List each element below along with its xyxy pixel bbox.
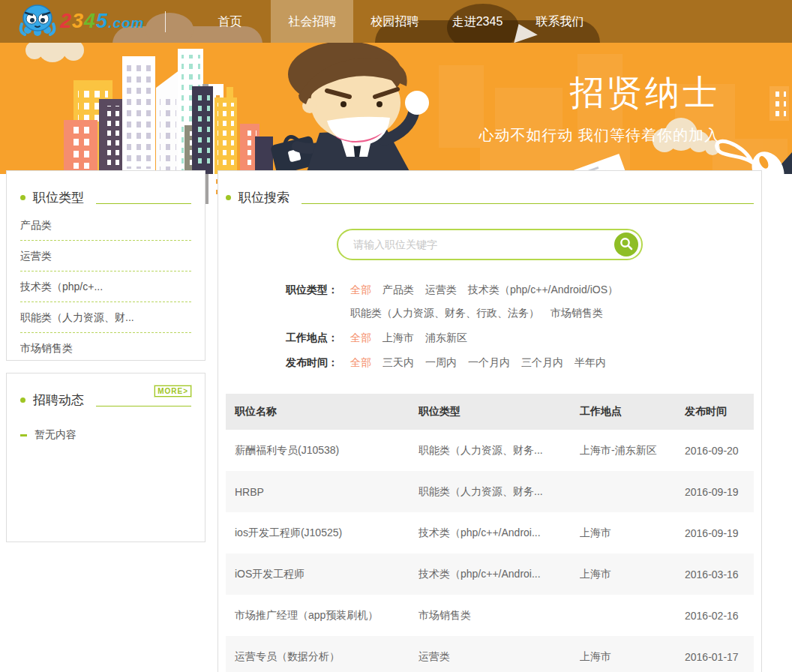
job-name-cell: iOS开发工程师 [226, 554, 418, 595]
table-row[interactable]: 薪酬福利专员(J10538)职能类（人力资源、财务...上海市-浦东新区2016… [226, 430, 754, 471]
jobs-table-head: 职位名称职位类型工作地点发布时间 [226, 394, 754, 430]
table-header-cell: 发布时间 [685, 394, 754, 430]
job-search-panel: 职位搜索 职位类型：全部产品类运营类技术类 [218, 170, 762, 672]
sidebar-item-job-type[interactable]: 运营类 [20, 241, 191, 272]
job-type-cell: 运营类 [418, 636, 580, 672]
job-name-cell: 薪酬福利专员(J10538) [226, 430, 418, 471]
job-location-cell: 上海市 [580, 512, 685, 554]
filter-option[interactable]: 产品类 [382, 278, 414, 302]
job-type-panel: 职位类型 产品类运营类技术类（php/c+...职能类（人力资源、财...市场销… [6, 170, 206, 361]
news-panel-title: 招聘动态 [33, 392, 84, 409]
job-type-cell: 职能类（人力资源、财务... [418, 430, 580, 471]
filter-option[interactable]: 三个月内 [521, 351, 563, 374]
table-row[interactable]: iOS开发工程师技术类（php/c++/Androi...上海市2016-03-… [226, 554, 754, 595]
filter-option[interactable]: 全部 [350, 326, 371, 350]
content-area: 职位类型 产品类运营类技术类（php/c+...职能类（人力资源、财...市场销… [0, 170, 792, 672]
job-name-cell: 市场推广经理（app预装刷机） [226, 595, 418, 636]
filter-option[interactable]: 三天内 [382, 351, 414, 374]
table-header-cell: 工作地点 [580, 394, 685, 430]
search-panel-head: 职位搜索 [226, 171, 754, 206]
logo-char: 5 [96, 10, 108, 32]
filter-options: 全部产品类运营类技术类（php/c++/Android/iOS）职能类（人力资源… [350, 278, 754, 325]
hero-banner: 招贤纳士 心动不如行动 我们等待着你的加入 [0, 43, 792, 174]
job-type-panel-title: 职位类型 [33, 189, 84, 206]
job-location-cell [580, 595, 685, 636]
nav-item-社会招聘[interactable]: 社会招聘 [271, 0, 353, 43]
table-header-cell: 职位类型 [418, 394, 580, 430]
filter-option[interactable]: 市场销售类 [550, 302, 603, 325]
filter-option[interactable]: 半年内 [574, 351, 606, 374]
filter-option[interactable]: 职能类（人力资源、财务、行政、法务） [350, 302, 539, 325]
logo-char: 4 [84, 10, 96, 32]
hero-subtitle: 心动不如行动 我们等待着你的加入 [478, 125, 720, 146]
hero-text: 招贤纳士 心动不如行动 我们等待着你的加入 [478, 70, 720, 146]
table-row[interactable]: ios开发工程师(J10525)技术类（php/c++/Androi...上海市… [226, 512, 754, 554]
green-dot-icon [20, 195, 26, 200]
jobs-table: 职位名称职位类型工作地点发布时间 薪酬福利专员(J10538)职能类（人力资源、… [226, 394, 754, 672]
filter-options: 全部上海市浦东新区 [350, 326, 754, 350]
filter-option[interactable]: 一个月内 [468, 351, 510, 374]
search-button[interactable] [614, 232, 638, 256]
green-dot-icon [20, 398, 26, 403]
logo-char: 3 [72, 10, 84, 32]
search-row [226, 229, 754, 260]
octopus-mascot-icon [18, 3, 57, 40]
sidebar-item-job-type[interactable]: 市场销售类 [20, 333, 191, 364]
logo-char: .com [108, 15, 144, 31]
search-panel-title: 职位搜索 [238, 189, 290, 206]
job-date-cell: 2016-01-17 [685, 636, 754, 672]
filter-option[interactable]: 运营类 [425, 278, 457, 302]
filter-options: 全部三天内一周内一个月内三个月内半年内 [350, 351, 754, 374]
job-name-cell: 运营专员（数据分析） [226, 636, 418, 672]
top-nav: 2345.com 首页社会招聘校园招聘走进2345联系我们 [0, 0, 792, 43]
table-header-cell: 职位名称 [226, 394, 418, 430]
table-row[interactable]: 运营专员（数据分析）运营类上海市2016-01-17 [226, 636, 754, 672]
filter-option[interactable]: 技术类（php/c++/Android/iOS） [468, 278, 618, 302]
sidebar-item-job-type[interactable]: 产品类 [20, 210, 191, 241]
job-type-cell: 技术类（php/c++/Androi... [418, 512, 580, 554]
job-type-panel-head: 职位类型 [20, 171, 191, 206]
nav-item-走进2345[interactable]: 走进2345 [436, 0, 518, 43]
dash-bullet-icon [20, 434, 27, 436]
table-row[interactable]: 市场推广经理（app预装刷机）市场销售类2016-02-16 [226, 595, 754, 636]
nav-item-联系我们[interactable]: 联系我们 [518, 0, 601, 43]
news-empty-item: 暂无内容 [20, 428, 191, 442]
search-input[interactable] [353, 238, 614, 250]
nav-item-首页[interactable]: 首页 [188, 0, 271, 43]
news-empty-text: 暂无内容 [34, 428, 76, 442]
head-underline [302, 203, 754, 204]
sidebar-item-job-type[interactable]: 职能类（人力资源、财... [20, 302, 191, 333]
nav-item-校园招聘[interactable]: 校园招聘 [353, 0, 436, 43]
job-type-cell: 职能类（人力资源、财务... [418, 471, 580, 512]
head-underline [96, 203, 191, 204]
job-type-cell: 技术类（php/c++/Androi... [418, 554, 580, 595]
filter-option[interactable]: 浦东新区 [425, 326, 467, 350]
job-location-cell: 上海市 [580, 554, 685, 595]
job-location-cell: 上海市-浦东新区 [580, 430, 685, 471]
filter-option[interactable]: 全部 [350, 351, 371, 374]
logo[interactable]: 2345.com [18, 3, 144, 40]
green-dot-icon [226, 195, 231, 200]
filter-rows: 职位类型：全部产品类运营类技术类（php/c++/Android/iOS）职能类… [226, 278, 754, 374]
sidebar: 职位类型 产品类运营类技术类（php/c+...职能类（人力资源、财...市场销… [6, 170, 206, 542]
job-name-cell: HRBP [226, 471, 418, 512]
news-panel-head: 招聘动态 MORE> [20, 374, 191, 409]
hero-title: 招贤纳士 [478, 70, 720, 116]
table-row[interactable]: HRBP职能类（人力资源、财务...2016-09-19 [226, 471, 754, 512]
job-name-cell: ios开发工程师(J10525) [226, 512, 418, 554]
search-box [337, 229, 643, 260]
filter-label: 发布时间： [226, 351, 338, 374]
job-date-cell: 2016-03-16 [685, 554, 754, 595]
job-type-list: 产品类运营类技术类（php/c+...职能类（人力资源、财...市场销售类 [20, 210, 191, 364]
filter-option[interactable]: 一周内 [425, 351, 457, 374]
more-button[interactable]: MORE> [154, 386, 191, 397]
filter-row: 发布时间：全部三天内一周内一个月内三个月内半年内 [226, 351, 754, 374]
job-date-cell: 2016-09-19 [685, 512, 754, 554]
filter-option[interactable]: 上海市 [382, 326, 414, 350]
nav-divider [165, 11, 166, 32]
sidebar-item-job-type[interactable]: 技术类（php/c+... [20, 272, 191, 302]
head-underline [96, 406, 191, 406]
job-type-cell: 市场销售类 [418, 595, 580, 636]
filter-option[interactable]: 全部 [350, 278, 371, 302]
job-date-cell: 2016-09-20 [685, 430, 754, 471]
